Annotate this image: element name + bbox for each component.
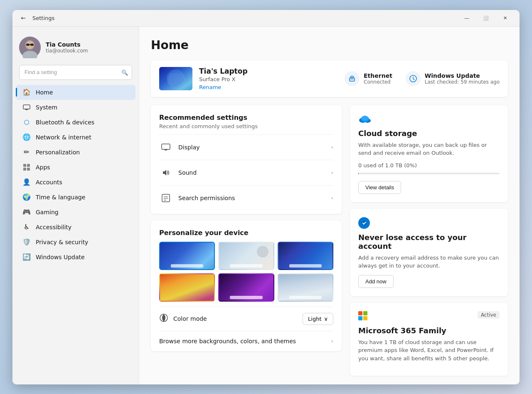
nav-network[interactable]: 🌐 Network & internet bbox=[16, 130, 135, 145]
search-perm-row[interactable]: Search permissions › bbox=[159, 185, 333, 211]
ethernet-sub: Connected bbox=[364, 79, 392, 85]
svg-rect-17 bbox=[351, 76, 353, 78]
right-column: Cloud storage With available storage, yo… bbox=[350, 105, 508, 376]
m365-desc: You have 1 TB of cloud storage and can u… bbox=[358, 338, 500, 363]
main-content: Tia Counts tia@outlook.com 🔍 🏠 Home Syst… bbox=[12, 27, 520, 384]
search-input[interactable] bbox=[19, 65, 132, 80]
time-icon: 🌍 bbox=[22, 193, 31, 201]
wallpaper-2[interactable] bbox=[218, 242, 274, 270]
nav-system[interactable]: System bbox=[16, 100, 135, 115]
wallpaper-5[interactable] bbox=[218, 273, 274, 302]
display-chevron: › bbox=[331, 144, 333, 150]
browse-themes-row[interactable]: Browse more backgrounds, colors, and the… bbox=[159, 331, 333, 348]
wallpaper-4[interactable] bbox=[159, 273, 215, 302]
dropdown-chevron: ∨ bbox=[324, 316, 328, 322]
nav-gaming[interactable]: 🎮 Gaming bbox=[16, 205, 135, 220]
wallpaper-6[interactable] bbox=[278, 273, 333, 302]
ms-square-1 bbox=[358, 311, 362, 315]
account-desc: Add a recovery email address to make sur… bbox=[358, 254, 500, 270]
window-title: Settings bbox=[32, 15, 54, 21]
svg-rect-24 bbox=[163, 149, 168, 150]
apps-icon bbox=[22, 163, 31, 171]
nav-personalization[interactable]: ✏️ Personalization bbox=[16, 145, 135, 160]
color-mode-dropdown[interactable]: Light ∨ bbox=[303, 313, 333, 325]
wallpaper-3[interactable] bbox=[278, 242, 333, 270]
wallpaper-grid bbox=[159, 242, 333, 302]
nav-home-label: Home bbox=[36, 89, 53, 96]
nav-privacy[interactable]: 🛡️ Privacy & security bbox=[16, 235, 135, 250]
nav-apps[interactable]: Apps bbox=[16, 160, 135, 175]
svg-rect-26 bbox=[162, 194, 170, 202]
nav-accounts[interactable]: 👤 Accounts bbox=[16, 175, 135, 190]
account-security-card: Never lose access to your account Add a … bbox=[350, 209, 508, 296]
account-title: Never lose access to your account bbox=[358, 233, 500, 250]
device-rename-link[interactable]: Rename bbox=[199, 84, 338, 90]
svg-rect-13 bbox=[27, 168, 30, 171]
personalization-icon: ✏️ bbox=[22, 148, 31, 156]
search-perm-label: Search permissions bbox=[178, 195, 235, 201]
display-row[interactable]: Display › bbox=[159, 134, 333, 160]
personalize-title: Personalize your device bbox=[159, 229, 333, 237]
color-mode-icon bbox=[159, 313, 168, 324]
m365-header: Active bbox=[358, 311, 500, 325]
update-text: Windows Update Last checked: 59 minutes … bbox=[425, 72, 500, 85]
nav-accessibility-label: Accessibility bbox=[36, 224, 71, 230]
m365-card: Active Microsoft 365 Family You have 1 T… bbox=[350, 303, 508, 376]
accessibility-icon: ♿ bbox=[22, 223, 31, 231]
color-mode-value: Light bbox=[308, 316, 321, 322]
left-column: Recommended settings Recent and commonly… bbox=[151, 105, 342, 376]
windows-update-status: Windows Update Last checked: 59 minutes … bbox=[406, 71, 500, 86]
device-status-group: Ethernet Connected Windows Update Last c… bbox=[345, 71, 500, 86]
svg-point-34 bbox=[362, 116, 368, 121]
nav-accessibility[interactable]: ♿ Accessibility bbox=[16, 220, 135, 235]
maximize-button[interactable]: ⬜ bbox=[476, 10, 495, 27]
wallpaper-1[interactable] bbox=[159, 242, 215, 270]
update-sub: Last checked: 59 minutes ago bbox=[425, 79, 500, 85]
window-controls: — ⬜ ✕ bbox=[457, 10, 515, 27]
nav-accounts-label: Accounts bbox=[36, 179, 62, 186]
view-details-button[interactable]: View details bbox=[358, 181, 401, 194]
svg-rect-7 bbox=[23, 105, 30, 109]
svg-rect-10 bbox=[23, 164, 26, 167]
nav-bluetooth-label: Bluetooth & devices bbox=[36, 119, 94, 126]
home-icon: 🏠 bbox=[22, 88, 31, 97]
browse-themes-label: Browse more backgrounds, colors, and the… bbox=[159, 338, 296, 344]
svg-rect-22 bbox=[162, 144, 170, 149]
nav-home[interactable]: 🏠 Home bbox=[16, 85, 135, 100]
nav-personalization-label: Personalization bbox=[36, 149, 80, 156]
two-col-layout: Recommended settings Recent and commonly… bbox=[151, 105, 508, 376]
ms-square-2 bbox=[363, 311, 367, 315]
device-info: Tia's Laptop Surface Pro X Rename bbox=[199, 67, 338, 90]
recommended-title: Recommended settings bbox=[159, 114, 333, 121]
device-model: Surface Pro X bbox=[199, 76, 338, 82]
security-check-icon bbox=[358, 217, 370, 229]
display-icon bbox=[159, 141, 172, 154]
main-area: Home bbox=[139, 27, 520, 384]
recommended-settings-card: Recommended settings Recent and commonly… bbox=[151, 105, 342, 214]
gaming-icon: 🎮 bbox=[22, 208, 31, 216]
sound-row[interactable]: Sound › bbox=[159, 160, 333, 185]
windows-update-icon bbox=[406, 71, 421, 86]
storage-bar-bg bbox=[358, 173, 500, 174]
cloud-storage-card: Cloud storage With available storage, yo… bbox=[350, 105, 508, 202]
microsoft-logo bbox=[358, 311, 367, 320]
nav-update[interactable]: 🔄 Windows Update bbox=[16, 250, 135, 265]
nav-time[interactable]: 🌍 Time & language bbox=[16, 190, 135, 205]
nav-bluetooth[interactable]: ⬡ Bluetooth & devices bbox=[16, 115, 135, 130]
svg-rect-9 bbox=[25, 109, 29, 109]
search-icon: 🔍 bbox=[121, 69, 128, 75]
svg-rect-23 bbox=[165, 150, 167, 151]
sound-label: Sound bbox=[178, 169, 197, 176]
nav-system-label: System bbox=[36, 104, 57, 111]
privacy-icon: 🛡️ bbox=[22, 238, 31, 246]
cloud-icon bbox=[358, 114, 500, 125]
nav-update-label: Windows Update bbox=[36, 254, 85, 260]
profile-email: tia@outlook.com bbox=[46, 48, 88, 54]
add-now-button[interactable]: Add now bbox=[358, 275, 394, 288]
close-button[interactable]: ✕ bbox=[495, 10, 515, 27]
back-button[interactable]: ← bbox=[17, 12, 29, 24]
svg-rect-4 bbox=[26, 44, 30, 46]
bluetooth-icon: ⬡ bbox=[22, 118, 31, 126]
m365-title: Microsoft 365 Family bbox=[358, 326, 500, 335]
minimize-button[interactable]: — bbox=[457, 10, 476, 27]
